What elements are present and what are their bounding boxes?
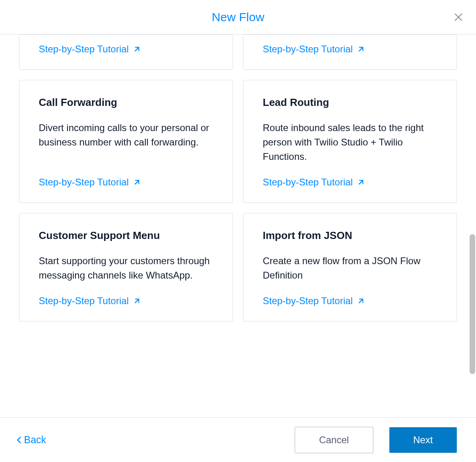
- tutorial-link-label: Step-by-Step Tutorial: [263, 295, 353, 307]
- tutorial-link[interactable]: Step-by-Step Tutorial: [39, 295, 213, 307]
- external-link-icon: [133, 297, 141, 305]
- scrollbar-track: [470, 34, 475, 417]
- external-link-icon: [357, 178, 365, 187]
- template-card[interactable]: Step-by-Step Tutorial: [19, 34, 233, 70]
- template-card[interactable]: Step-by-Step Tutorial: [243, 34, 457, 70]
- chevron-left-icon: [16, 435, 22, 445]
- modal-title: New Flow: [212, 10, 264, 24]
- card-description: Create a new flow from a JSON Flow Defin…: [263, 254, 437, 283]
- tutorial-link-label: Step-by-Step Tutorial: [263, 177, 353, 188]
- back-button[interactable]: Back: [16, 434, 46, 446]
- next-button[interactable]: Next: [389, 427, 457, 453]
- external-link-icon: [133, 45, 141, 54]
- template-card-import-json[interactable]: Import from JSON Create a new flow from …: [243, 213, 457, 321]
- footer-actions: Cancel Next: [295, 427, 457, 453]
- card-title: Lead Routing: [263, 96, 437, 109]
- card-title: Customer Support Menu: [39, 229, 213, 242]
- card-title: Call Forwarding: [39, 96, 213, 109]
- template-cards-grid: Step-by-Step Tutorial Step-by-Step Tutor…: [19, 34, 457, 333]
- modal-footer: Back Cancel Next: [0, 417, 476, 462]
- template-card-customer-support[interactable]: Customer Support Menu Start supporting y…: [19, 213, 233, 321]
- tutorial-link-label: Step-by-Step Tutorial: [39, 295, 129, 307]
- modal-content: Step-by-Step Tutorial Step-by-Step Tutor…: [0, 34, 476, 417]
- close-button[interactable]: [452, 11, 465, 24]
- tutorial-link[interactable]: Step-by-Step Tutorial: [263, 177, 437, 188]
- card-description: Start supporting your customers through …: [39, 254, 213, 283]
- tutorial-link[interactable]: Step-by-Step Tutorial: [263, 295, 437, 307]
- close-icon: [453, 12, 464, 23]
- external-link-icon: [357, 45, 365, 54]
- tutorial-link[interactable]: Step-by-Step Tutorial: [39, 44, 213, 55]
- cancel-button[interactable]: Cancel: [295, 427, 373, 453]
- tutorial-link[interactable]: Step-by-Step Tutorial: [263, 44, 437, 55]
- modal-header: New Flow: [0, 0, 476, 34]
- card-description: Divert incoming calls to your personal o…: [39, 121, 213, 164]
- template-card-call-forwarding[interactable]: Call Forwarding Divert incoming calls to…: [19, 80, 233, 203]
- back-label: Back: [24, 434, 46, 446]
- card-description: Route inbound sales leads to the right p…: [263, 121, 437, 164]
- tutorial-link[interactable]: Step-by-Step Tutorial: [39, 177, 213, 188]
- template-card-lead-routing[interactable]: Lead Routing Route inbound sales leads t…: [243, 80, 457, 203]
- tutorial-link-label: Step-by-Step Tutorial: [39, 44, 129, 55]
- external-link-icon: [357, 297, 365, 305]
- tutorial-link-label: Step-by-Step Tutorial: [39, 177, 129, 188]
- scrollbar-thumb[interactable]: [470, 234, 475, 374]
- tutorial-link-label: Step-by-Step Tutorial: [263, 44, 353, 55]
- card-title: Import from JSON: [263, 229, 437, 242]
- external-link-icon: [133, 178, 141, 187]
